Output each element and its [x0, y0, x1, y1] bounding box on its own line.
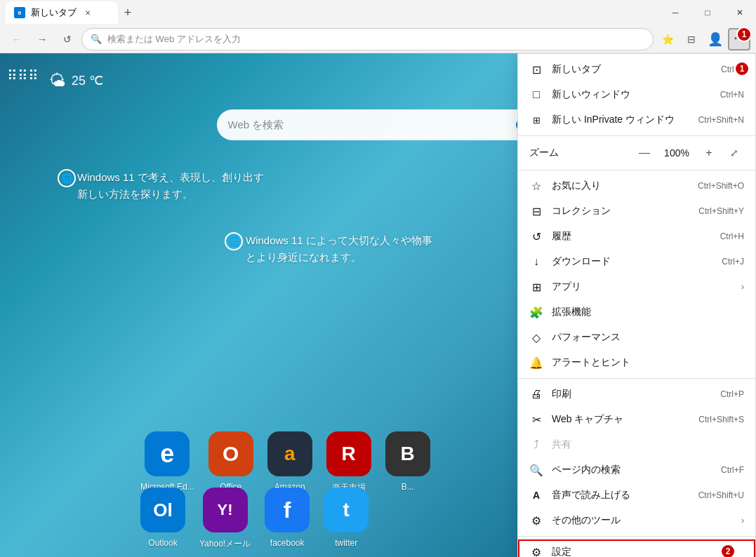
- menu-item-print[interactable]: 🖨 印刷 Ctrl+P: [518, 382, 755, 407]
- collections-button[interactable]: ⊟: [680, 28, 703, 51]
- minimize-button[interactable]: ─: [659, 0, 691, 25]
- shortcut-print: Ctrl+P: [720, 389, 744, 399]
- shortcut-label-outlook: Outlook: [148, 538, 177, 548]
- alerts-icon: 🔔: [529, 356, 543, 370]
- extensions-icon: 🧩: [529, 305, 543, 319]
- menu-item-favorites[interactable]: ☆ お気に入り Ctrl+Shift+O: [518, 173, 755, 199]
- shortcut-icon-facebook: f: [265, 488, 310, 532]
- menu-item-apps[interactable]: ⊞ アプリ ›: [518, 274, 755, 300]
- zoom-expand-button[interactable]: ⤢: [724, 143, 744, 163]
- new-tab-icon: ⊡: [529, 62, 543, 76]
- share-icon: ⤴: [529, 438, 543, 452]
- menu-item-alerts[interactable]: 🔔 アラートとヒント: [518, 350, 755, 375]
- menu-item-read-aloud[interactable]: A 音声で読み上げる Ctrl+Shift+U: [518, 483, 755, 508]
- menu-item-history[interactable]: ↺ 履歴 Ctrl+H: [518, 224, 755, 249]
- performance-icon: ◇: [529, 330, 543, 344]
- menu-item-webcapture[interactable]: ✂ Web キャプチャ Ctrl+Shift+S: [518, 407, 755, 432]
- profile-button[interactable]: 👤: [704, 28, 727, 51]
- shortcut-icon-yahoo: Y!: [203, 488, 248, 532]
- menu-label-favorites: お気に入り: [552, 180, 689, 192]
- back-button[interactable]: ←: [6, 28, 28, 51]
- weather-widget: 🌤 25 ℃: [49, 71, 103, 90]
- menu-label-collections: コレクション: [552, 205, 690, 217]
- close-button[interactable]: ✕: [724, 0, 756, 25]
- forward-button[interactable]: →: [31, 28, 53, 51]
- shortcuts-row-1: e Microsoft Ed... O Office a Amazon R: [140, 431, 430, 494]
- promo-text-1: Windows 11 で考え、表現し、創り出す 新しい方法を探ります。: [77, 169, 264, 203]
- shortcut-amazon[interactable]: a Amazon: [267, 431, 312, 494]
- more-tools-arrow: ›: [741, 516, 744, 525]
- shortcut-facebook[interactable]: f facebook: [265, 488, 310, 550]
- main-content: ⠿⠿⠿ 🌤 25 ℃ Web を検索 🔵 🌐 Windows 11 で考え、表現…: [0, 53, 756, 557]
- menu-label-history: 履歴: [552, 230, 712, 243]
- zoom-in-button[interactable]: +: [699, 143, 719, 163]
- more-tools-icon: ⚙: [529, 514, 543, 528]
- apps-dots-button[interactable]: ⠿⠿⠿: [7, 67, 39, 84]
- zoom-row: ズーム — 100% + ⤢: [518, 139, 755, 167]
- favorites-button[interactable]: ⭐: [656, 28, 679, 51]
- apps-icon: ⊞: [529, 280, 543, 294]
- menu-label-share: 共有: [552, 438, 744, 451]
- menu-item-downloads[interactable]: ↓ ダウンロード Ctrl+J: [518, 249, 755, 274]
- menu-item-extensions[interactable]: 🧩 拡張機能: [518, 300, 755, 325]
- shortcut-b[interactable]: B B...: [385, 431, 430, 494]
- menu-label-find: ページ内の検索: [552, 464, 712, 476]
- shortcut-rakuten[interactable]: R 楽天市場: [326, 431, 371, 494]
- menu-item-more-tools[interactable]: ⚙ その他のツール ›: [518, 508, 755, 533]
- menu-label-performance: パフォーマンス: [552, 331, 744, 344]
- shortcut-outlook[interactable]: Ol Outlook: [140, 488, 185, 550]
- shortcut-inprivate: Ctrl+Shift+N: [698, 115, 744, 125]
- menu-label-webcapture: Web キャプチャ: [552, 413, 690, 426]
- menu-label-downloads: ダウンロード: [552, 255, 713, 268]
- shortcut-history: Ctrl+H: [720, 231, 744, 241]
- title-bar: e 新しいタブ ✕ + ─ □ ✕: [0, 0, 756, 25]
- menu-item-share: ⤴ 共有: [518, 432, 755, 457]
- maximize-button[interactable]: □: [691, 0, 724, 25]
- shortcut-downloads: Ctrl+J: [722, 257, 744, 267]
- shortcut-office[interactable]: O Office: [208, 431, 253, 494]
- menu-badge: 1: [736, 27, 752, 42]
- address-placeholder: 検索または Web アドレスを入力: [107, 33, 241, 46]
- weather-icon: 🌤: [49, 71, 66, 90]
- menu-label-new-window: 新しいウィンドウ: [552, 88, 712, 101]
- history-icon: ↺: [529, 229, 543, 243]
- shortcut-icon-twitter: t: [324, 488, 369, 532]
- shortcut-icon-rakuten: R: [326, 431, 371, 476]
- dropdown-menu: ⊡ 新しいタブ Ctrl+T 1 □ 新しいウィンドウ Ctrl+N ⊞ 新しい…: [517, 53, 756, 557]
- menu-item-collections[interactable]: ⊟ コレクション Ctrl+Shift+Y: [518, 199, 755, 224]
- shortcut-twitter[interactable]: t twitter: [324, 488, 369, 550]
- tab-close-button[interactable]: ✕: [82, 7, 93, 18]
- active-tab[interactable]: e 新しいタブ ✕: [6, 1, 118, 24]
- globe-icon-2: 🌐: [225, 232, 243, 250]
- globe-icon-1: 🌐: [58, 169, 76, 187]
- search-icon: 🔍: [91, 34, 102, 44]
- shortcut-favorites: Ctrl+Shift+O: [698, 181, 744, 191]
- search-placeholder: Web を検索: [228, 119, 284, 132]
- search-bar-container: Web を検索 🔵: [217, 109, 540, 140]
- new-tab-button[interactable]: +: [118, 3, 138, 22]
- more-menu-button[interactable]: ··· 1: [728, 28, 750, 51]
- menu-label-alerts: アラートとヒント: [552, 356, 744, 369]
- menu-item-new-window[interactable]: □ 新しいウィンドウ Ctrl+N: [518, 82, 755, 107]
- menu-item-performance[interactable]: ◇ パフォーマンス: [518, 325, 755, 350]
- address-bar[interactable]: 🔍 検索または Web アドレスを入力: [81, 28, 654, 51]
- menu-label-inprivate: 新しい InPrivate ウィンドウ: [552, 114, 690, 126]
- tab-favicon: e: [14, 7, 25, 18]
- search-bar[interactable]: Web を検索 🔵: [217, 109, 540, 140]
- menu-label-read-aloud: 音声で読み上げる: [552, 489, 690, 502]
- promo-text-2: Windows 11 によって大切な人々や物事 とより身近になれます。: [246, 232, 432, 266]
- menu-item-settings[interactable]: ⚙ 設定 2: [518, 539, 755, 557]
- menu-item-new-tab[interactable]: ⊡ 新しいタブ Ctrl+T 1: [518, 57, 755, 82]
- shortcut-read-aloud: Ctrl+Shift+U: [698, 490, 744, 500]
- print-icon: 🖨: [529, 387, 543, 401]
- menu-item-inprivate[interactable]: ⊞ 新しい InPrivate ウィンドウ Ctrl+Shift+N: [518, 107, 755, 133]
- menu-item-find[interactable]: 🔍 ページ内の検索 Ctrl+F: [518, 457, 755, 483]
- settings-icon: ⚙: [529, 545, 543, 557]
- refresh-button[interactable]: ↺: [56, 28, 79, 51]
- shortcut-yahoo[interactable]: Y! Yahoo!メール: [199, 488, 251, 550]
- shortcut-icon-amazon: a: [267, 431, 312, 476]
- divider-1: [518, 135, 755, 136]
- shortcut-icon-office: O: [208, 431, 253, 476]
- zoom-out-button[interactable]: —: [635, 143, 654, 163]
- shortcut-microsoft-edge[interactable]: e Microsoft Ed...: [140, 431, 194, 494]
